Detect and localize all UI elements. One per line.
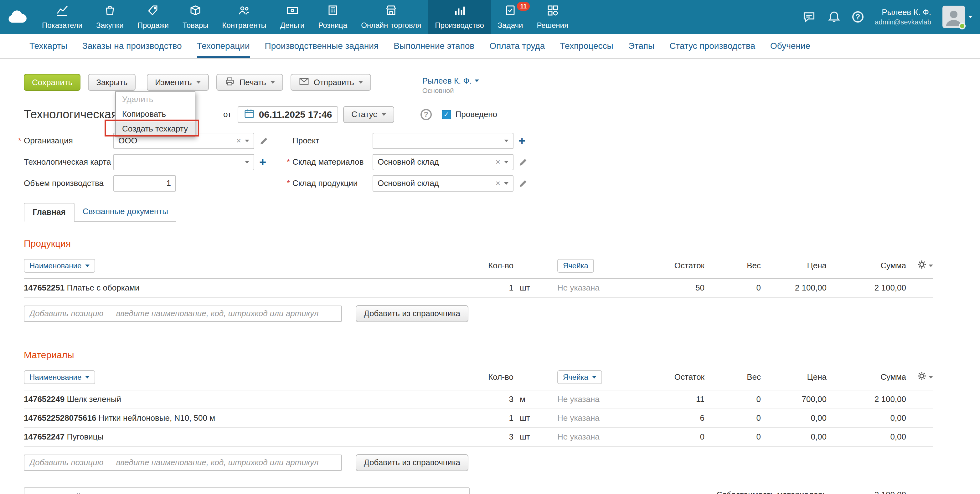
row-name: 1476522528075616 Нитки нейлоновые, N10, … <box>24 413 471 423</box>
materials-store-select[interactable]: Основной склад × <box>372 154 514 170</box>
owner-selector[interactable]: Рылеев К. Ф. Основной <box>422 74 479 95</box>
user-info[interactable]: Рылеев К. Ф. admin@sevkavlab <box>875 7 931 27</box>
user-menu[interactable] <box>942 6 972 28</box>
edit-pencil-icon[interactable] <box>519 157 528 167</box>
clear-icon[interactable]: × <box>496 178 500 188</box>
nav-sales[interactable]: Продажи <box>130 0 176 34</box>
add-position-input[interactable] <box>24 454 342 471</box>
nav-production[interactable]: Производство <box>428 0 491 34</box>
subnav-production-tasks[interactable]: Производственные задания <box>258 34 387 58</box>
nav-indicators[interactable]: Показатели <box>35 0 89 34</box>
chevron-down-icon <box>504 140 509 142</box>
table-row[interactable]: 1476522528075616 Нитки нейлоновые, N10, … <box>24 409 933 428</box>
column-cell: Ячейка <box>539 370 657 384</box>
subnav-payroll[interactable]: Оплата труда <box>482 34 552 58</box>
gear-icon[interactable] <box>917 371 927 383</box>
help-circle-icon[interactable]: ? <box>420 109 432 120</box>
status-button[interactable]: Статус <box>343 106 394 123</box>
row-name: 147652247 Пуговицы <box>24 432 471 442</box>
save-button[interactable]: Сохранить <box>24 74 81 91</box>
user-name: Рылеев К. Ф. <box>875 7 931 18</box>
add-from-catalog-button[interactable]: Добавить из справочника <box>356 454 468 471</box>
materials-title: Материалы <box>24 350 980 360</box>
table-row[interactable]: 147652249 Шелк зеленый 3 м Не указана 11… <box>24 391 933 409</box>
close-button[interactable]: Закрыть <box>88 74 135 91</box>
gear-icon[interactable] <box>917 259 927 272</box>
name-column-button[interactable]: Наименование <box>24 370 95 384</box>
nav-solutions[interactable]: Решения <box>530 0 575 34</box>
nav-purchases[interactable]: Закупки <box>89 0 130 34</box>
project-label: Проект <box>293 136 372 146</box>
print-button[interactable]: Печать <box>216 74 283 91</box>
column-qty: Кол-во <box>471 372 514 382</box>
user-email: admin@sevkavlab <box>875 18 931 27</box>
table-row[interactable]: 147652251 Платье с оборками 1 шт Не указ… <box>24 279 933 298</box>
nav-money[interactable]: Деньги <box>273 0 312 34</box>
table-row[interactable]: 147652247 Пуговицы 3 шт Не указана 0 0 0… <box>24 428 933 447</box>
subnav-stage-execution[interactable]: Выполнение этапов <box>386 34 482 58</box>
subnav-production-status[interactable]: Статус производства <box>662 34 763 58</box>
top-navigation: Показатели Закупки Продажи Товары Контра… <box>0 0 980 34</box>
owner-name: Рылеев К. Ф. <box>422 76 472 86</box>
envelope-icon <box>299 77 309 88</box>
document-date-field[interactable]: 06.11.2025 17:46 <box>238 106 339 123</box>
column-price: Цена <box>761 261 827 270</box>
edit-button[interactable]: Изменить <box>147 74 208 91</box>
column-weight: Вес <box>705 372 761 382</box>
materials-cost-row: Себестоимость материалов: 2 100,00 <box>716 490 906 494</box>
top-right-controls: ? Рылеев К. Ф. admin@sevkavlab <box>802 0 980 34</box>
volume-input[interactable] <box>113 175 176 192</box>
menu-item-create-techcard[interactable]: Создать техкарту <box>116 121 195 136</box>
techcard-select[interactable] <box>113 154 254 170</box>
subnav-production-orders[interactable]: Заказы на производство <box>75 34 189 58</box>
chat-icon[interactable] <box>802 10 816 24</box>
cell-column-button[interactable]: Ячейка <box>557 370 602 384</box>
column-qty: Кол-во <box>471 261 514 270</box>
cell-column-button[interactable]: Ячейка <box>557 259 594 273</box>
logo-cloud-icon[interactable] <box>0 0 35 34</box>
document-form: *Организация ООО × Технологическая карта… <box>24 133 980 192</box>
nav-label: Продажи <box>137 21 169 30</box>
chevron-down-icon <box>358 81 363 84</box>
add-from-catalog-button[interactable]: Добавить из справочника <box>356 305 468 322</box>
required-asterisk: * <box>287 178 290 188</box>
comment-textarea[interactable] <box>24 488 470 494</box>
tab-main[interactable]: Главная <box>24 203 75 222</box>
tab-related-documents[interactable]: Связанные документы <box>75 203 176 221</box>
project-select[interactable] <box>372 133 514 149</box>
send-button[interactable]: Отправить <box>291 74 371 91</box>
calendar-icon <box>244 108 255 121</box>
row-stock: 0 <box>657 432 705 442</box>
nav-goods[interactable]: Товары <box>176 0 215 34</box>
subnav-techoperations[interactable]: Техоперации <box>189 34 258 58</box>
chevron-down-icon <box>196 81 201 84</box>
menu-item-copy[interactable]: Копировать <box>116 107 195 121</box>
edit-pencil-icon[interactable] <box>519 179 528 188</box>
chevron-down-icon <box>968 16 972 18</box>
add-techcard-icon[interactable]: + <box>259 156 266 168</box>
add-position-input[interactable] <box>24 305 342 322</box>
subnav-training[interactable]: Обучение <box>763 34 818 58</box>
materials-section: Материалы Наименование Кол-во Ячейка Ост… <box>24 350 980 471</box>
add-project-icon[interactable]: + <box>519 135 525 147</box>
bell-icon[interactable] <box>827 10 841 24</box>
clear-icon[interactable]: × <box>236 136 241 146</box>
subnav-techcards[interactable]: Техкарты <box>22 34 75 58</box>
edit-pencil-icon[interactable] <box>259 136 269 146</box>
row-unit: шт <box>514 413 539 423</box>
nav-partners[interactable]: Контрагенты <box>215 0 273 34</box>
provedeno-checkbox[interactable]: ✓ <box>442 110 451 119</box>
nav-retail[interactable]: Розница <box>311 0 354 34</box>
materials-store-row: *Склад материалов Основной склад × <box>293 154 528 170</box>
organization-value: ООО <box>118 136 232 146</box>
owner-department: Основной <box>422 86 479 95</box>
product-store-select[interactable]: Основной склад × <box>372 175 514 192</box>
nav-tasks[interactable]: 11 Задачи <box>491 0 530 34</box>
nav-label: Решения <box>537 21 568 30</box>
subnav-stages[interactable]: Этапы <box>621 34 662 58</box>
name-column-button[interactable]: Наименование <box>24 259 95 273</box>
nav-online-trade[interactable]: Онлайн-торговля <box>354 0 428 34</box>
subnav-techprocesses[interactable]: Техпроцессы <box>552 34 620 58</box>
clear-icon[interactable]: × <box>496 157 500 167</box>
help-icon[interactable]: ? <box>852 11 864 22</box>
